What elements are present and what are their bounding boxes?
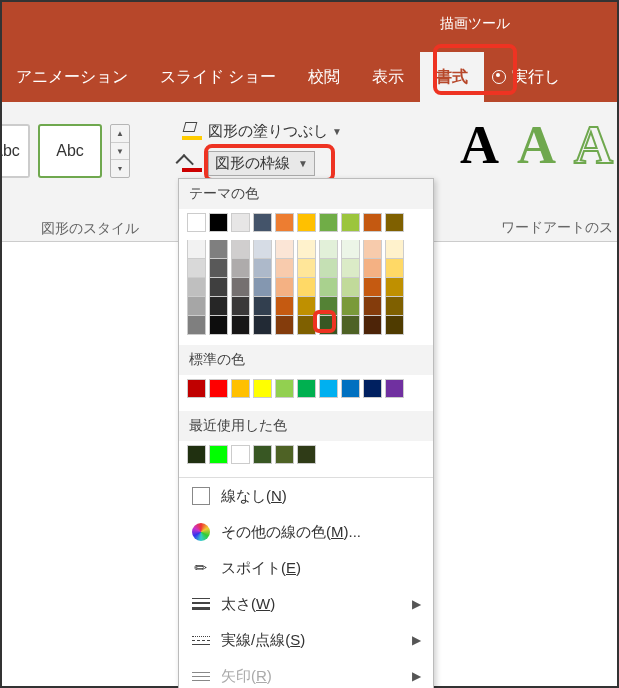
color-swatch[interactable] [209,445,228,464]
tab-animation[interactable]: アニメーション [0,52,144,102]
arrows-item[interactable]: 矢印(R) ▶ [179,658,433,688]
wordart-thumb[interactable]: A [460,118,499,172]
color-swatch[interactable] [319,297,338,316]
color-swatch[interactable] [341,379,360,398]
color-swatch[interactable] [275,445,294,464]
color-swatch[interactable] [319,213,338,232]
color-swatch[interactable] [363,379,382,398]
color-swatch[interactable] [385,297,404,316]
color-swatch[interactable] [187,278,206,297]
color-swatch[interactable] [297,259,316,278]
color-swatch[interactable] [231,316,250,335]
color-swatch[interactable] [385,379,404,398]
color-swatch[interactable] [363,278,382,297]
color-swatch[interactable] [275,379,294,398]
no-outline-item[interactable]: 線なし(N) [179,477,433,514]
color-swatch[interactable] [341,316,360,335]
color-swatch[interactable] [253,213,272,232]
color-swatch[interactable] [363,213,382,232]
color-swatch[interactable] [363,316,382,335]
color-swatch[interactable] [385,213,404,232]
tab-format[interactable]: 書式 [420,52,484,102]
color-swatch[interactable] [187,379,206,398]
color-swatch[interactable] [209,259,228,278]
shape-outline-label: 図形の枠線 [215,154,290,173]
color-swatch[interactable] [275,297,294,316]
color-swatch[interactable] [341,213,360,232]
weight-item[interactable]: 太さ(W) ▶ [179,586,433,622]
color-swatch[interactable] [209,278,228,297]
color-swatch[interactable] [297,213,316,232]
color-swatch[interactable] [297,445,316,464]
color-swatch[interactable] [341,259,360,278]
color-swatch[interactable] [319,259,338,278]
dashes-item[interactable]: 実線/点線(S) ▶ [179,622,433,658]
color-swatch[interactable] [275,259,294,278]
color-swatch[interactable] [231,379,250,398]
color-swatch[interactable] [231,259,250,278]
tab-tellme-label: 実行し [512,67,560,88]
color-swatch[interactable] [253,445,272,464]
color-swatch[interactable] [253,240,272,259]
color-swatch[interactable] [253,316,272,335]
color-swatch[interactable] [385,259,404,278]
color-swatch[interactable] [319,379,338,398]
color-swatch[interactable] [319,316,338,335]
shape-outline-menu[interactable]: 図形の枠線 ▼ [182,148,315,178]
color-swatch[interactable] [385,278,404,297]
tab-review[interactable]: 校閲 [292,52,356,102]
color-swatch[interactable] [209,316,228,335]
color-swatch[interactable] [253,259,272,278]
color-swatch[interactable] [363,297,382,316]
color-swatch[interactable] [275,278,294,297]
color-swatch[interactable] [297,278,316,297]
color-swatch[interactable] [275,240,294,259]
color-swatch[interactable] [231,278,250,297]
color-swatch[interactable] [187,259,206,278]
color-swatch[interactable] [319,240,338,259]
color-swatch[interactable] [297,379,316,398]
wordart-thumb[interactable]: A [574,118,613,172]
color-swatch[interactable] [385,316,404,335]
tab-view[interactable]: 表示 [356,52,420,102]
color-swatch[interactable] [187,240,206,259]
color-swatch[interactable] [231,240,250,259]
more-outline-colors-item[interactable]: その他の線の色(M)... [179,514,433,550]
color-swatch[interactable] [231,445,250,464]
color-swatch[interactable] [363,240,382,259]
tab-slideshow[interactable]: スライド ショー [144,52,292,102]
color-swatch[interactable] [275,316,294,335]
color-swatch[interactable] [187,445,206,464]
color-swatch[interactable] [275,213,294,232]
color-swatch[interactable] [209,379,228,398]
color-swatch[interactable] [341,240,360,259]
tab-tellme[interactable]: 実行し [484,52,576,102]
gallery-more-button[interactable]: ▲▼▾ [110,124,130,178]
color-swatch[interactable] [319,278,338,297]
color-swatch[interactable] [297,297,316,316]
color-swatch[interactable] [209,240,228,259]
color-swatch[interactable] [253,278,272,297]
shape-style-thumb[interactable]: Abc [0,124,30,178]
color-swatch[interactable] [297,240,316,259]
color-swatch[interactable] [253,297,272,316]
ribbon-header: 描画ツール アニメーション スライド ショー 校閲 表示 書式 実行し [2,2,617,102]
shape-style-thumb[interactable]: Abc [38,124,102,178]
color-swatch[interactable] [187,297,206,316]
color-swatch[interactable] [385,240,404,259]
eyedropper-item[interactable]: ✎ スポイト(E) [179,550,433,586]
shape-fill-menu[interactable]: 図形の塗りつぶし ▼ [182,116,342,146]
submenu-arrow-icon: ▶ [412,669,421,683]
color-swatch[interactable] [209,297,228,316]
color-swatch[interactable] [187,316,206,335]
color-swatch[interactable] [341,297,360,316]
color-swatch[interactable] [209,213,228,232]
color-swatch[interactable] [187,213,206,232]
color-swatch[interactable] [341,278,360,297]
color-swatch[interactable] [363,259,382,278]
color-swatch[interactable] [231,297,250,316]
color-swatch[interactable] [253,379,272,398]
color-swatch[interactable] [297,316,316,335]
wordart-thumb[interactable]: A [517,118,556,172]
color-swatch[interactable] [231,213,250,232]
